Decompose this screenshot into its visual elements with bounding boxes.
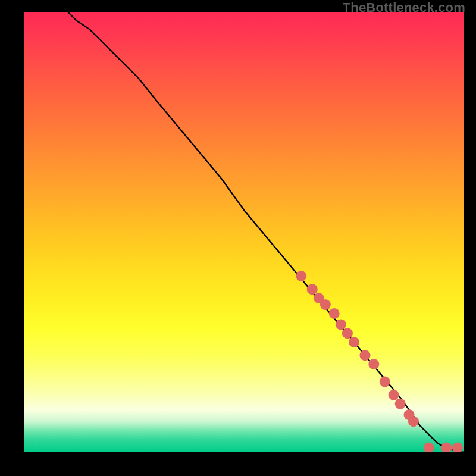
chart-overlay [24, 12, 464, 452]
series-marker [307, 284, 318, 295]
series-marker [360, 350, 371, 361]
series-marker [452, 443, 463, 452]
series-marker [368, 359, 379, 369]
series-marker [296, 271, 306, 281]
series-marker [395, 399, 406, 409]
series-marker [389, 390, 399, 400]
series-marker [408, 416, 419, 427]
series-marker [424, 443, 434, 452]
series-marker [441, 443, 452, 452]
series-marker [336, 319, 346, 330]
curve-line [68, 12, 464, 452]
marker-layer [296, 271, 463, 452]
series-marker [342, 328, 353, 339]
series-marker [349, 337, 359, 347]
plot-area [24, 12, 464, 452]
series-marker [320, 299, 331, 310]
series-marker [329, 308, 340, 319]
chart-stage: TheBottleneck.com [0, 0, 476, 476]
series-marker [380, 377, 390, 387]
